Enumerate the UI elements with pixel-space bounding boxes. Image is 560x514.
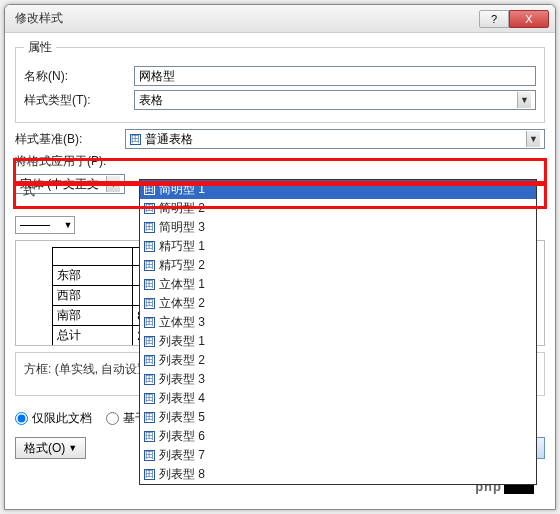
chevron-down-icon: ▼ xyxy=(62,220,74,230)
table-icon: 田 xyxy=(144,184,155,195)
apply-label: 将格式应用于(P): xyxy=(15,153,125,170)
table-icon: 田 xyxy=(144,450,155,461)
properties-legend: 属性 xyxy=(24,39,56,56)
dropdown-item[interactable]: 田列表型 8 xyxy=(140,465,536,484)
help-button[interactable]: ? xyxy=(479,10,509,28)
close-button[interactable]: X xyxy=(509,10,549,28)
dropdown-item[interactable]: 田精巧型 1 xyxy=(140,237,536,256)
dropdown-item[interactable]: 田列表型 6 xyxy=(140,427,536,446)
table-icon: 田 xyxy=(144,412,155,423)
table-icon: 田 xyxy=(144,355,155,366)
dropdown-item[interactable]: 田列表型 7 xyxy=(140,446,536,465)
name-label: 名称(N): xyxy=(24,68,134,85)
dropdown-item[interactable]: 田精巧型 2 xyxy=(140,256,536,275)
dropdown-item[interactable]: 田立体型 1 xyxy=(140,275,536,294)
table-icon: 田 xyxy=(144,203,155,214)
line-style-combo[interactable]: ▼ xyxy=(15,216,75,234)
chevron-down-icon: ▼ xyxy=(68,443,77,453)
radio-input[interactable] xyxy=(106,412,119,425)
basis-sublabel: 式 xyxy=(23,183,35,200)
name-input[interactable] xyxy=(134,66,536,86)
chevron-down-icon: ▼ xyxy=(517,92,531,108)
type-label: 样式类型(T): xyxy=(24,92,134,109)
dropdown-item[interactable]: 田列表型 4 xyxy=(140,389,536,408)
table-icon: 田 xyxy=(144,431,155,442)
table-icon: 田 xyxy=(144,222,155,233)
table-icon: 田 xyxy=(144,260,155,271)
table-icon: 田 xyxy=(144,469,155,480)
type-value: 表格 xyxy=(139,92,163,109)
basis-label: 样式基准(B): xyxy=(15,131,125,148)
dialog-window: 修改样式 ? X 属性 名称(N): 样式类型(T): 表格 ▼ xyxy=(4,4,556,510)
dropdown-item[interactable]: 田简明型 2 xyxy=(140,199,536,218)
format-button[interactable]: 格式(O)▼ xyxy=(15,437,86,459)
table-icon: 田 xyxy=(144,298,155,309)
dialog-body: 属性 名称(N): 样式类型(T): 表格 ▼ 样式基准(B): xyxy=(5,33,555,465)
titlebar: 修改样式 ? X xyxy=(5,5,555,33)
chevron-down-icon: ▼ xyxy=(106,176,120,192)
window-title: 修改样式 xyxy=(15,10,479,27)
dropdown-item[interactable]: 田简明型 3 xyxy=(140,218,536,237)
table-icon: 田 xyxy=(144,241,155,252)
basis-dropdown-list: 田 简明型 1 田简明型 2 田简明型 3 田精巧型 1 田精巧型 2 田立体型… xyxy=(139,179,537,485)
basis-value: 普通表格 xyxy=(145,131,193,148)
dropdown-item[interactable]: 田列表型 3 xyxy=(140,370,536,389)
window-buttons: ? X xyxy=(479,10,549,28)
table-icon: 田 xyxy=(144,374,155,385)
dropdown-item[interactable]: 田列表型 1 xyxy=(140,332,536,351)
table-icon: 田 xyxy=(144,393,155,404)
dropdown-item[interactable]: 田列表型 5 xyxy=(140,408,536,427)
properties-group: 属性 名称(N): 样式类型(T): 表格 ▼ xyxy=(15,39,545,123)
dropdown-item-selected[interactable]: 田 简明型 1 xyxy=(140,180,536,199)
dropdown-item[interactable]: 田立体型 3 xyxy=(140,313,536,332)
basis-combo[interactable]: 田 普通表格 ▼ xyxy=(125,129,545,149)
type-combo[interactable]: 表格 ▼ xyxy=(134,90,536,110)
radio-doc-only[interactable]: 仅限此文档 xyxy=(15,410,92,427)
table-icon: 田 xyxy=(144,279,155,290)
radio-input[interactable] xyxy=(15,412,28,425)
table-icon: 田 xyxy=(144,336,155,347)
dropdown-item[interactable]: 田列表型 2 xyxy=(140,351,536,370)
dropdown-item[interactable]: 田立体型 2 xyxy=(140,294,536,313)
table-icon: 田 xyxy=(144,317,155,328)
chevron-down-icon: ▼ xyxy=(526,131,540,147)
table-icon: 田 xyxy=(130,134,141,145)
